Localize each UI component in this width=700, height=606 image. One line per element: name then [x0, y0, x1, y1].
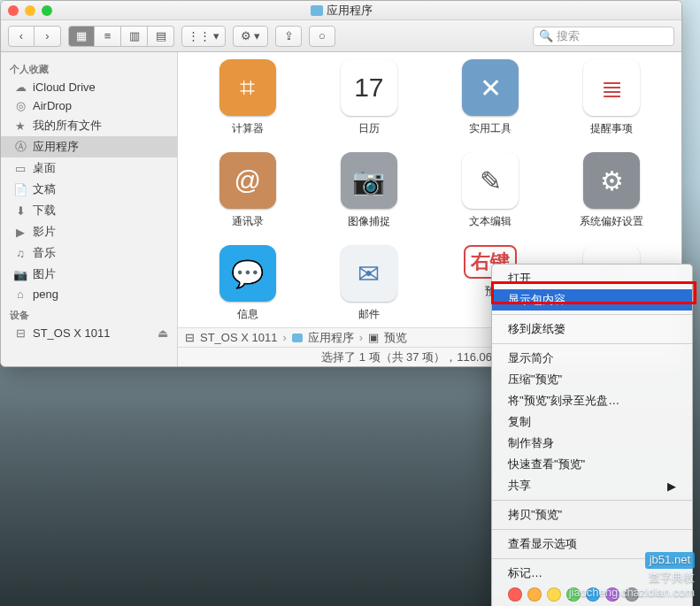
- menu-item-label: 打开: [508, 271, 531, 287]
- menu-item[interactable]: 共享▶: [492, 475, 692, 496]
- list-view-button[interactable]: ≡: [95, 26, 121, 47]
- sidebar-item[interactable]: ▶影片: [1, 221, 177, 242]
- menu-item[interactable]: 显示简介: [492, 348, 692, 369]
- sidebar-item-label: 文稿: [33, 181, 56, 197]
- tag-dot[interactable]: [508, 587, 522, 602]
- search-input[interactable]: 🔍 搜索: [533, 27, 674, 46]
- coverflow-view-button[interactable]: ▤: [148, 26, 174, 47]
- sidebar-icon: ♫: [13, 247, 27, 259]
- tags-button[interactable]: ○: [309, 26, 335, 47]
- tag-dot[interactable]: [547, 587, 561, 602]
- sidebar-icon: ★: [13, 119, 27, 132]
- app-label: 系统偏好设置: [580, 214, 643, 229]
- app-icon: ⌗: [219, 59, 276, 116]
- folder-icon: [311, 5, 323, 16]
- menu-separator: [492, 314, 692, 315]
- app-item[interactable]: 💬信息: [195, 245, 301, 322]
- sidebar-item-label: 桌面: [33, 160, 56, 176]
- sidebar-item-label: 下载: [33, 203, 56, 219]
- view-buttons: ▦ ≡ ▥ ▤: [68, 26, 174, 47]
- sidebar-item[interactable]: ♫音乐: [1, 242, 177, 264]
- sidebar-icon: ⌂: [13, 288, 27, 301]
- menu-item[interactable]: 制作替身: [492, 433, 692, 454]
- close-icon[interactable]: [8, 5, 19, 16]
- sidebar-item-label: iCloud Drive: [33, 81, 96, 94]
- app-label: 实用工具: [469, 121, 512, 136]
- sidebar-item[interactable]: ★我的所有文件: [1, 115, 177, 136]
- forward-button[interactable]: ›: [35, 26, 61, 47]
- menu-item[interactable]: 压缩"预览": [492, 369, 692, 390]
- sidebar-item-label: ST_OS X 1011: [33, 326, 110, 340]
- sidebar-fav-header: 个人收藏: [1, 58, 177, 78]
- arrange-button[interactable]: ⋮⋮ ▾: [181, 26, 226, 47]
- menu-item-label: 制作替身: [508, 435, 554, 451]
- tag-dot[interactable]: [527, 587, 542, 602]
- sidebar-icon: ◎: [13, 100, 27, 112]
- menu-item-label: 压缩"预览": [508, 372, 562, 387]
- eject-icon[interactable]: ⏏: [158, 326, 168, 340]
- column-view-button[interactable]: ▥: [121, 26, 148, 47]
- icon-view-button[interactable]: ▦: [68, 26, 95, 47]
- menu-item-label: 拷贝"预览": [508, 507, 562, 523]
- sidebar-item[interactable]: ⬇下载: [1, 200, 177, 221]
- app-item[interactable]: ⌗计算器: [195, 59, 301, 136]
- minimize-icon[interactable]: [25, 5, 35, 16]
- menu-item[interactable]: 移到废纸篓: [492, 318, 692, 340]
- share-button[interactable]: ⇪: [275, 26, 302, 47]
- sidebar-item[interactable]: ☁︎iCloud Drive: [1, 78, 177, 96]
- search-placeholder: 搜索: [557, 28, 580, 44]
- app-item[interactable]: ≣提醒事项: [558, 59, 665, 136]
- sidebar-item[interactable]: ◎AirDrop: [1, 96, 177, 115]
- folder-icon: [292, 334, 303, 342]
- app-icon: 📷: [341, 152, 397, 209]
- menu-item-label: 查看显示选项: [508, 536, 577, 552]
- app-label: 日历: [358, 121, 380, 136]
- menu-item[interactable]: 打开: [492, 268, 692, 289]
- app-item[interactable]: 17日历: [316, 59, 422, 136]
- sidebar-item-label: 图片: [33, 266, 56, 282]
- menu-item[interactable]: 复制: [492, 411, 692, 433]
- sidebar-icon: ⬇: [13, 204, 27, 217]
- sidebar-item-label: 应用程序: [33, 139, 79, 155]
- sidebar-icon: 📷: [13, 268, 27, 280]
- sidebar-item[interactable]: 📷图片: [1, 264, 177, 285]
- app-item[interactable]: 📷图像捕捉: [316, 152, 422, 229]
- menu-item[interactable]: 显示包内容: [492, 289, 692, 311]
- sidebar-dev-header: 设备: [1, 303, 177, 324]
- app-item[interactable]: ✉邮件: [316, 245, 422, 322]
- menu-item-label: 显示简介: [508, 350, 554, 366]
- sidebar-icon: Ⓐ: [13, 141, 27, 153]
- sidebar-item-label: 影片: [33, 224, 56, 240]
- sidebar-item[interactable]: 📄文稿: [1, 179, 177, 200]
- toolbar: ‹ › ▦ ≡ ▥ ▤ ⋮⋮ ▾ ⚙ ▾ ⇪ ○ 🔍 搜索: [1, 20, 681, 52]
- sidebar-icon: ☁︎: [13, 81, 27, 94]
- app-item[interactable]: @通讯录: [195, 152, 301, 229]
- menu-item[interactable]: 将"预览"刻录至光盘…: [492, 390, 692, 411]
- menu-item[interactable]: 快速查看"预览": [492, 454, 692, 475]
- action-button[interactable]: ⚙ ▾: [233, 26, 268, 47]
- app-icon: @: [219, 152, 276, 209]
- titlebar: 应用程序: [1, 1, 681, 20]
- menu-item-label: 将"预览"刻录至光盘…: [508, 393, 619, 409]
- sidebar-item[interactable]: ⌂peng: [1, 285, 177, 303]
- app-icon: ✎: [462, 152, 519, 209]
- app-label: 文本编辑: [469, 214, 512, 229]
- zoom-icon[interactable]: [42, 5, 52, 16]
- menu-item[interactable]: 拷贝"预览": [492, 504, 692, 525]
- back-button[interactable]: ‹: [8, 26, 35, 47]
- app-item[interactable]: ✕实用工具: [437, 59, 543, 136]
- app-label: 邮件: [358, 307, 380, 322]
- app-item[interactable]: ⚙系统偏好设置: [558, 152, 665, 229]
- app-icon: 17: [341, 59, 397, 116]
- app-item[interactable]: ✎文本编辑: [437, 152, 543, 229]
- sidebar-item[interactable]: ▭桌面: [1, 157, 177, 179]
- disk-icon: ⊟: [13, 327, 27, 340]
- sidebar-device[interactable]: ⊟ST_OS X 1011⏏: [1, 324, 177, 342]
- window-title: 应用程序: [327, 3, 373, 19]
- sidebar-item[interactable]: Ⓐ应用程序: [1, 136, 177, 157]
- sidebar-icon: ▭: [13, 162, 27, 174]
- menu-item-label: 显示包内容: [508, 292, 565, 308]
- submenu-icon: ▶: [667, 479, 676, 493]
- sidebar-item-label: 音乐: [33, 245, 56, 261]
- app-icon: ✉: [341, 245, 397, 302]
